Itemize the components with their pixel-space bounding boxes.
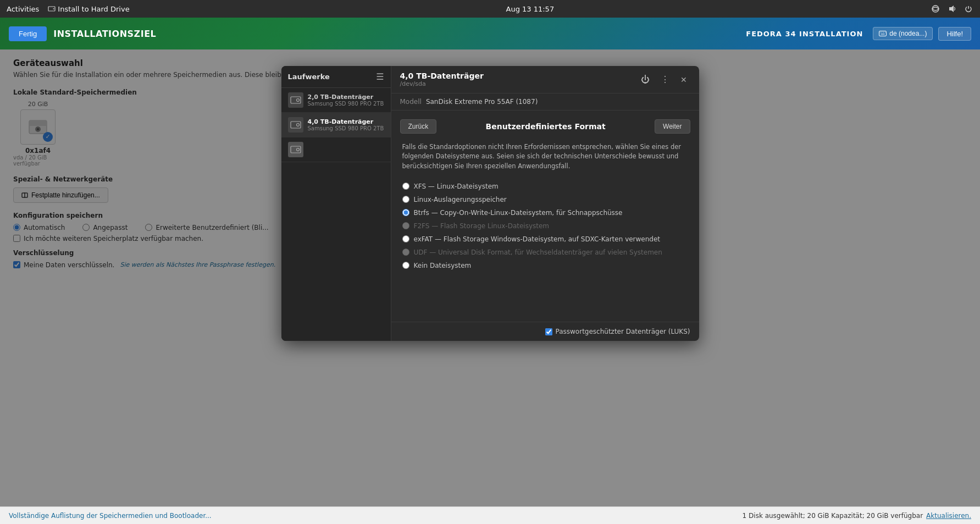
main-content: Geräteauswahl Wählen Sie für die Install… <box>0 49 980 506</box>
keyboard-icon <box>879 31 887 36</box>
modal-model-row: Modell SanDisk Extreme Pro 55AF (1087) <box>391 93 699 111</box>
help-button[interactable]: Hilfe! <box>938 27 971 41</box>
modal-sidebar-title: Laufwerke <box>288 73 330 81</box>
modal-description: Falls die Standardoptionen nicht Ihren E… <box>400 142 690 171</box>
fs-f2fs[interactable]: F2FS — Flash Storage Linux-Dateisystem <box>400 219 690 233</box>
refresh-link[interactable]: Aktualisieren. <box>926 512 971 520</box>
network-icon[interactable] <box>931 4 940 14</box>
keyboard-button[interactable]: de (nodea...) <box>873 27 933 40</box>
modal-right-title: 4,0 TB-Datenträger <box>400 71 484 80</box>
modal-drive-icon-3 <box>288 142 303 157</box>
modal-right-panel: 4,0 TB-Datenträger /dev/sda ⏻ ⋮ ✕ Modell… <box>391 66 699 341</box>
svg-point-2 <box>932 5 939 12</box>
keyboard-label: de (nodea...) <box>889 30 927 37</box>
full-listing-link[interactable]: Vollständige Auflistung der Speichermedi… <box>9 512 212 520</box>
modal-right-subtitle: /dev/sda <box>400 80 484 87</box>
svg-point-21 <box>296 148 299 151</box>
svg-rect-4 <box>879 31 887 36</box>
modal-right-title-area: 4,0 TB-Datenträger /dev/sda <box>400 71 484 87</box>
statusbar-right: 1 Disk ausgewählt; 20 GiB Kapazität; 20 … <box>743 512 971 520</box>
modal-drive-name-2: 4,0 TB-Datenträger <box>308 118 384 125</box>
volume-icon[interactable] <box>947 4 957 14</box>
page-title: INSTALLATIONSZIEL <box>53 29 156 39</box>
modal-close-button[interactable]: ✕ <box>677 74 690 85</box>
modal-right-header: 4,0 TB-Datenträger /dev/sda ⏻ ⋮ ✕ <box>391 66 699 93</box>
modal-bottom: Passwortgeschützter Datenträger (LUKS) <box>391 322 699 341</box>
modal-drive-model-2: Samsung SSD 980 PRO 2TB <box>308 125 384 131</box>
topbar: Activities Install to Hard Drive Aug 13 … <box>0 0 980 18</box>
svg-marker-3 <box>949 5 954 12</box>
modal-left-header: Laufwerke ☰ <box>281 66 391 88</box>
modal-header-actions: ⏻ ⋮ ✕ <box>638 73 690 86</box>
modal-drive-info-1: 2,0 TB-Datenträger Samsung SSD 980 PRO 2… <box>308 93 384 107</box>
modal-overlay: Laufwerke ☰ 2,0 TB-Datenträger Samsung S… <box>0 49 980 506</box>
modal-drive-icon-1 <box>288 92 303 108</box>
statusbar: Vollständige Auflistung der Speichermedi… <box>0 506 980 524</box>
modal-drive-name-1: 2,0 TB-Datenträger <box>308 93 384 101</box>
power-icon[interactable] <box>964 4 973 14</box>
modal-content-area: Zurück Benutzerdefiniertes Format Weiter… <box>391 111 699 322</box>
modal-menu-button[interactable]: ⋮ <box>657 73 673 86</box>
modal-drive-item-2[interactable]: 4,0 TB-Datenträger Samsung SSD 980 PRO 2… <box>281 113 391 137</box>
svg-point-1 <box>53 8 54 9</box>
hdd-icon <box>48 5 56 13</box>
fs-btrfs[interactable]: Btrfs — Copy-On-Write-Linux-Dateisystem,… <box>400 206 690 219</box>
headerbar-left: Fertig INSTALLATIONSZIEL <box>9 26 156 41</box>
svg-point-19 <box>296 124 299 126</box>
modal-left-panel: Laufwerke ☰ 2,0 TB-Datenträger Samsung S… <box>281 66 391 341</box>
headerbar-right: FEDORA 34 INSTALLATION de (nodea...) Hil… <box>746 27 971 41</box>
modal-model-value: SanDisk Extreme Pro 55AF (1087) <box>426 98 538 106</box>
fs-xfs[interactable]: XFS — Linux-Dateisystem <box>400 180 690 193</box>
fs-swap[interactable]: Linux-Auslagerungsspeicher <box>400 193 690 206</box>
modal-model-label: Modell <box>400 98 422 106</box>
luks-checkbox[interactable]: Passwortgeschützter Datenträger (LUKS) <box>545 328 690 335</box>
modal-drive-item-3[interactable] <box>281 137 391 162</box>
activities-label[interactable]: Activities <box>7 5 39 13</box>
topbar-left: Activities Install to Hard Drive <box>7 5 130 13</box>
next-button[interactable]: Weiter <box>655 119 690 134</box>
filesystem-options: XFS — Linux-Dateisystem Linux-Auslagerun… <box>400 180 690 272</box>
headerbar: Fertig INSTALLATIONSZIEL FEDORA 34 INSTA… <box>0 18 980 49</box>
app-name-label[interactable]: Install to Hard Drive <box>58 5 129 13</box>
topbar-datetime: Aug 13 11:57 <box>506 5 555 13</box>
modal-drive-info-2: 4,0 TB-Datenträger Samsung SSD 980 PRO 2… <box>308 118 384 131</box>
modal-section-header: Zurück Benutzerdefiniertes Format Weiter <box>400 119 690 134</box>
fs-none[interactable]: Kein Dateisystem <box>400 259 690 272</box>
modal-hamburger-icon[interactable]: ☰ <box>376 71 384 82</box>
status-text: 1 Disk ausgewählt; 20 GiB Kapazität; 20 … <box>743 512 923 520</box>
fs-udf[interactable]: UDF — Universal Disk Format, für Wechsel… <box>400 246 690 259</box>
modal-dialog: Laufwerke ☰ 2,0 TB-Datenträger Samsung S… <box>281 66 699 341</box>
fs-exfat[interactable]: exFAT — Flash Storage Windows-Dateisyste… <box>400 233 690 246</box>
modal-drive-item-1[interactable]: 2,0 TB-Datenträger Samsung SSD 980 PRO 2… <box>281 88 391 113</box>
modal-drive-model-1: Samsung SSD 980 PRO 2TB <box>308 101 384 107</box>
modal-section-title: Benutzerdefiniertes Format <box>436 122 655 131</box>
back-button[interactable]: Zurück <box>400 119 437 134</box>
svg-point-17 <box>296 99 299 102</box>
luks-label: Passwortgeschützter Datenträger (LUKS) <box>556 328 690 335</box>
fedora-title: FEDORA 34 INSTALLATION <box>746 30 863 38</box>
modal-drive-icon-2 <box>288 117 303 133</box>
done-button[interactable]: Fertig <box>9 26 47 41</box>
topbar-right <box>931 4 973 14</box>
modal-sidebar: Laufwerke ☰ 2,0 TB-Datenträger Samsung S… <box>281 66 699 341</box>
modal-power-button[interactable]: ⏻ <box>638 74 653 86</box>
